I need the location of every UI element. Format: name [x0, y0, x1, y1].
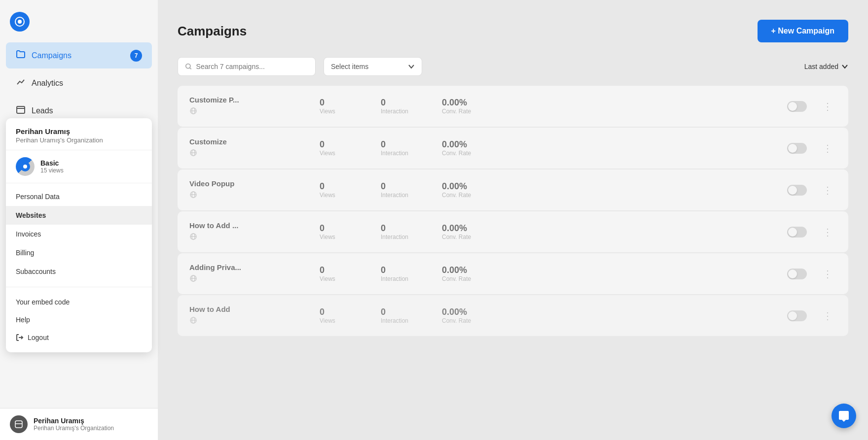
menu-item-websites[interactable]: Websites — [6, 206, 152, 225]
toggle-col — [787, 227, 807, 237]
sidebar-item-campaigns[interactable]: Campaigns 7 — [6, 42, 152, 68]
views-col: 0 Views — [320, 98, 369, 115]
menu-item-invoices[interactable]: Invoices — [6, 225, 152, 243]
campaign-card[interactable]: Customize P... 0 Views 0 Interaction 0.0… — [178, 86, 848, 127]
chat-bubble-button[interactable] — [832, 404, 856, 428]
views-col: 0 Views — [320, 265, 369, 282]
menu-item-embed-code[interactable]: Your embed code — [6, 293, 152, 311]
menu-item-personal-data[interactable]: Personal Data — [6, 187, 152, 206]
plan-row: Basic 15 views — [6, 150, 152, 183]
views-label: Views — [320, 234, 369, 240]
sort-button[interactable]: Last added — [804, 63, 848, 70]
views-label: Views — [320, 317, 369, 324]
campaign-card[interactable]: How to Add ... 0 Views 0 Interaction 0.0… — [178, 211, 848, 252]
globe-icon — [189, 108, 197, 116]
interaction-value: 0 — [381, 98, 430, 108]
menu-item-billing[interactable]: Billing — [6, 243, 152, 262]
campaign-name: How to Add ... — [189, 221, 308, 230]
conv-rate-label: Conv. Rate — [442, 192, 491, 199]
page-title: Campaigns — [178, 24, 247, 39]
views-label: Views — [320, 192, 369, 199]
views-label: Views — [320, 275, 369, 282]
globe-icon — [189, 150, 197, 158]
plan-info: Basic 15 views — [40, 159, 64, 174]
campaign-name: Customize — [189, 137, 308, 146]
plan-label: Basic — [40, 159, 64, 167]
campaigns-label: Campaigns — [32, 51, 72, 60]
campaign-toggle[interactable] — [787, 310, 807, 321]
campaign-name: Adding Priva... — [189, 263, 308, 271]
svg-line-10 — [190, 68, 191, 69]
interaction-label: Interaction — [381, 192, 430, 199]
campaign-name: How to Add — [189, 305, 308, 313]
campaign-toggle[interactable] — [787, 143, 807, 154]
campaign-name-col: Video Popup — [189, 179, 308, 201]
bottom-user-name: Perihan Uramış — [34, 417, 114, 425]
campaign-name-col: Customize P... — [189, 96, 308, 117]
toggle-col — [787, 185, 807, 196]
conv-rate-col: 0.00% Conv. Rate — [442, 181, 491, 199]
user-avatar — [10, 415, 28, 433]
search-icon — [185, 63, 192, 70]
views-label: Views — [320, 108, 369, 115]
more-options-button[interactable]: ⋮ — [819, 268, 836, 280]
campaign-toggle[interactable] — [787, 185, 807, 196]
search-box[interactable] — [178, 57, 316, 76]
sort-chevron-icon — [841, 63, 848, 70]
plan-avatar — [16, 157, 35, 176]
conv-rate-col: 0.00% Conv. Rate — [442, 98, 491, 115]
conv-rate-value: 0.00% — [442, 265, 491, 275]
more-options-button[interactable]: ⋮ — [819, 310, 836, 322]
campaign-toggle[interactable] — [787, 101, 807, 112]
campaign-list: Customize P... 0 Views 0 Interaction 0.0… — [178, 86, 848, 336]
logout-label: Logout — [28, 334, 49, 341]
analytics-icon — [16, 77, 26, 89]
campaign-card[interactable]: How to Add 0 Views 0 Interaction 0.00% C… — [178, 295, 848, 336]
menu-item-help[interactable]: Help — [6, 311, 152, 329]
select-items-dropdown[interactable]: Select items — [324, 57, 422, 76]
views-value: 0 — [320, 223, 369, 234]
new-campaign-button[interactable]: + New Campaign — [758, 20, 848, 42]
more-options-button[interactable]: ⋮ — [819, 226, 836, 238]
sidebar-bottom-user[interactable]: Perihan Uramış Perihan Uramış's Organiza… — [0, 408, 158, 440]
leads-icon — [16, 105, 26, 117]
campaign-toggle[interactable] — [787, 269, 807, 279]
campaign-name-col: Customize — [189, 137, 308, 159]
campaign-card[interactable]: Video Popup 0 Views 0 Interaction 0.00% … — [178, 169, 848, 210]
views-col: 0 Views — [320, 139, 369, 157]
analytics-label: Analytics — [32, 79, 63, 88]
conv-rate-label: Conv. Rate — [442, 234, 491, 240]
interaction-value: 0 — [381, 223, 430, 234]
campaign-name: Video Popup — [189, 179, 308, 188]
interaction-col: 0 Interaction — [381, 223, 430, 240]
interaction-label: Interaction — [381, 317, 430, 324]
campaign-card[interactable]: Customize 0 Views 0 Interaction 0.00% Co… — [178, 128, 848, 169]
conv-rate-col: 0.00% Conv. Rate — [442, 223, 491, 240]
campaigns-badge: 7 — [130, 50, 142, 62]
interaction-value: 0 — [381, 139, 430, 150]
menu-item-subaccounts[interactable]: Subaccounts — [6, 262, 152, 281]
more-options-button[interactable]: ⋮ — [819, 142, 836, 154]
conv-rate-value: 0.00% — [442, 139, 491, 150]
interaction-label: Interaction — [381, 234, 430, 240]
globe-icon — [189, 317, 197, 326]
globe-icon — [189, 234, 197, 242]
campaign-name-col: How to Add — [189, 305, 308, 326]
search-input[interactable] — [196, 63, 308, 70]
views-col: 0 Views — [320, 181, 369, 199]
globe-icon — [189, 192, 197, 200]
toggle-col — [787, 269, 807, 279]
interaction-label: Interaction — [381, 108, 430, 115]
more-options-button[interactable]: ⋮ — [819, 184, 836, 196]
views-col: 0 Views — [320, 307, 369, 324]
user-dropdown-menu: Perihan Uramış Perihan Uramış's Organiza… — [6, 118, 152, 352]
campaign-card[interactable]: Adding Priva... 0 Views 0 Interaction 0.… — [178, 253, 848, 294]
conv-rate-label: Conv. Rate — [442, 317, 491, 324]
sidebar-item-analytics[interactable]: Analytics — [6, 70, 152, 96]
campaign-toggle[interactable] — [787, 227, 807, 237]
main-content: Campaigns + New Campaign Select items La… — [158, 0, 868, 440]
more-options-button[interactable]: ⋮ — [819, 101, 836, 112]
conv-rate-col: 0.00% Conv. Rate — [442, 139, 491, 157]
menu-item-logout[interactable]: Logout — [6, 329, 152, 346]
interaction-value: 0 — [381, 181, 430, 192]
